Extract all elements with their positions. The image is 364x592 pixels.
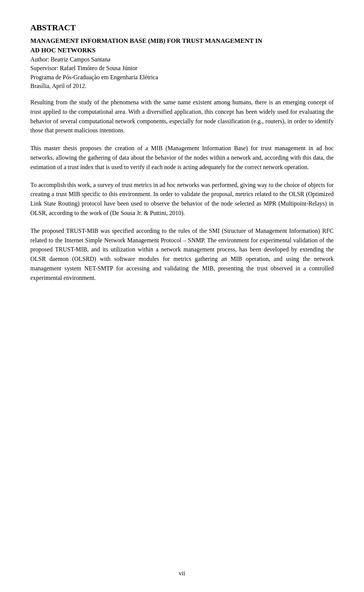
abstract-heading: ABSTRACT [30,23,334,33]
author-line: Author: Beatriz Campos Santana [30,55,334,64]
supervisor-line: Supervisor: Rafael Timóteo de Sousa Júni… [30,64,334,72]
paragraph-1: Resulting from the study of the phenomen… [30,98,334,135]
title-block: MANAGEMENT INFORMATION BASE (MIB) FOR TR… [30,36,334,90]
location-line: Brasília, April of 2012. [30,82,334,90]
page: ABSTRACT MANAGEMENT INFORMATION BASE (MI… [0,0,364,592]
title-line-1: MANAGEMENT INFORMATION BASE (MIB) FOR TR… [30,36,334,46]
paragraph-4: The proposed TRUST-MIB was specified acc… [30,226,334,283]
page-number: vii [0,570,364,577]
program-line: Programa de Pós-Graduação em Engenharia … [30,73,334,82]
paragraph-2: This master thesis proposes the creation… [30,144,334,172]
paragraph-3: To accomplish this work, a survey of tru… [30,181,334,218]
title-line-2: AD HOC NETWORKS [30,46,334,55]
